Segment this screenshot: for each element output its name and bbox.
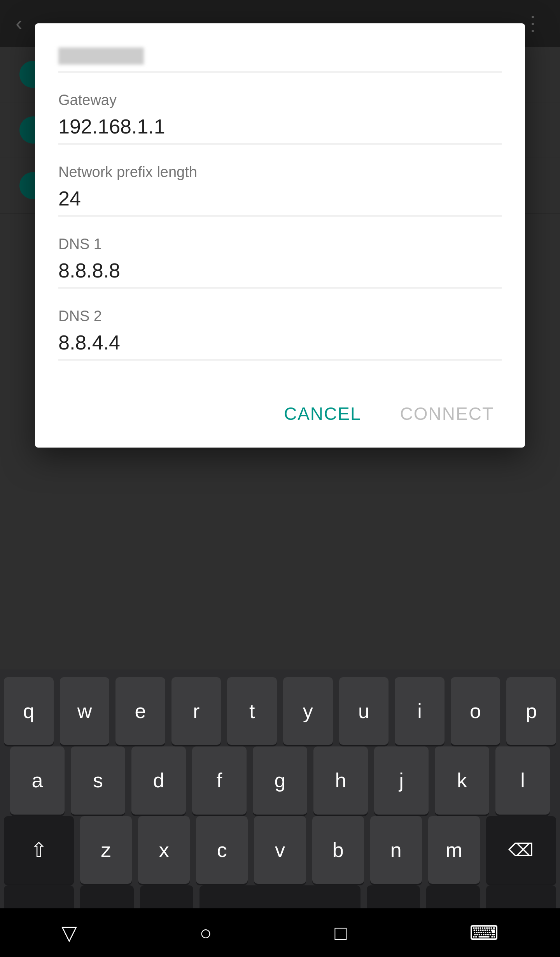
connect-button[interactable]: CONNECT (392, 399, 502, 428)
ip-address-field[interactable] (58, 43, 502, 72)
key-j[interactable]: j (374, 746, 429, 814)
dns2-field-group: DNS 2 8.8.4.4 (58, 308, 502, 360)
dns2-value[interactable]: 8.8.4.4 (58, 331, 502, 360)
keyboard-row-3: ⇧ z x c v b n m ⌫ (4, 816, 556, 884)
key-x[interactable]: x (138, 816, 190, 884)
key-l[interactable]: l (495, 746, 550, 814)
key-u[interactable]: u (339, 677, 389, 745)
dialog-content: Gateway 192.168.1.1 Network prefix lengt… (35, 23, 525, 388)
key-i[interactable]: i (395, 677, 444, 745)
key-z[interactable]: z (80, 816, 132, 884)
key-o[interactable]: o (451, 677, 500, 745)
delete-icon: ⌫ (508, 839, 534, 860)
keyboard-row-1: q w e r t y u i o p (4, 677, 556, 745)
shift-icon: ⇧ (30, 838, 47, 862)
key-c[interactable]: c (196, 816, 248, 884)
network-prefix-field-group: Network prefix length 24 (58, 164, 502, 216)
gateway-label: Gateway (58, 92, 502, 109)
key-d[interactable]: d (131, 746, 186, 814)
dns1-value[interactable]: 8.8.8.8 (58, 259, 502, 288)
ip-censored-value (58, 47, 144, 65)
key-y[interactable]: y (283, 677, 333, 745)
key-v[interactable]: v (254, 816, 306, 884)
key-p[interactable]: p (506, 677, 556, 745)
delete-key[interactable]: ⌫ (486, 816, 556, 884)
key-g[interactable]: g (253, 746, 307, 814)
key-m[interactable]: m (428, 816, 480, 884)
dialog-actions: CANCEL CONNECT (35, 388, 525, 448)
dns1-label: DNS 1 (58, 236, 502, 253)
key-q[interactable]: q (4, 677, 54, 745)
dns1-field-group: DNS 1 8.8.8.8 (58, 236, 502, 288)
nav-back-button[interactable]: ▽ (61, 921, 77, 945)
key-b[interactable]: b (312, 816, 364, 884)
wifi-connect-dialog: Gateway 192.168.1.1 Network prefix lengt… (35, 23, 525, 448)
shift-key[interactable]: ⇧ (4, 816, 74, 884)
cancel-button[interactable]: CANCEL (276, 399, 369, 428)
keyboard-row-2: a s d f g h j k l (4, 746, 556, 814)
nav-recents-button[interactable]: □ (334, 921, 346, 945)
key-e[interactable]: e (116, 677, 165, 745)
dns2-label: DNS 2 (58, 308, 502, 325)
key-s[interactable]: s (71, 746, 125, 814)
network-prefix-value[interactable]: 24 (58, 187, 502, 216)
gateway-value[interactable]: 192.168.1.1 (58, 115, 502, 144)
key-f[interactable]: f (192, 746, 247, 814)
gateway-field-group: Gateway 192.168.1.1 (58, 92, 502, 144)
key-t[interactable]: t (227, 677, 277, 745)
network-prefix-label: Network prefix length (58, 164, 502, 181)
nav-home-button[interactable]: ○ (200, 921, 212, 945)
key-a[interactable]: a (10, 746, 65, 814)
key-r[interactable]: r (172, 677, 221, 745)
nav-keyboard-button[interactable]: ⌨ (469, 921, 499, 945)
key-w[interactable]: w (60, 677, 110, 745)
key-h[interactable]: h (313, 746, 368, 814)
key-k[interactable]: k (435, 746, 489, 814)
key-n[interactable]: n (370, 816, 422, 884)
bottom-nav-bar: ▽ ○ □ ⌨ (0, 908, 560, 957)
